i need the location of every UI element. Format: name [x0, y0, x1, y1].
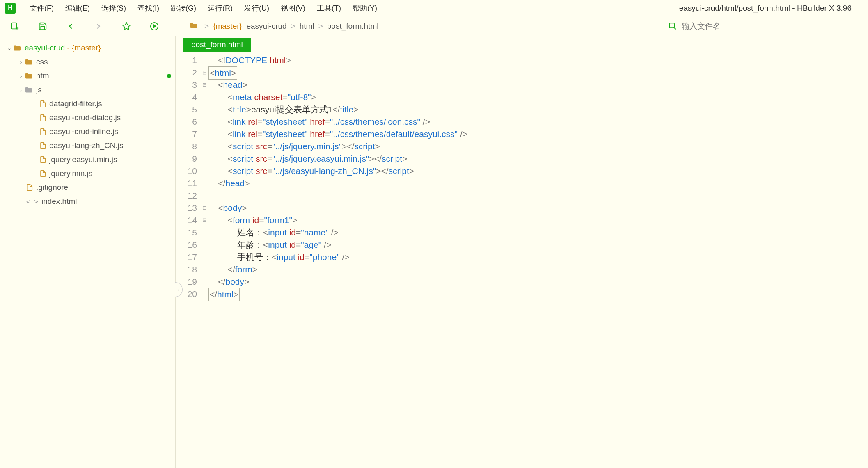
folder-icon	[25, 59, 33, 65]
app-logo: H	[5, 3, 16, 14]
code-line[interactable]: </head>	[208, 177, 868, 189]
code-line[interactable]: <body>	[208, 202, 868, 214]
fold-marker	[200, 288, 208, 300]
svg-line-7	[674, 27, 676, 29]
save-icon[interactable]	[34, 20, 52, 33]
code-line[interactable]: <script src="../js/easyui-lang-zh_CN.js"…	[208, 165, 868, 177]
fold-marker	[200, 239, 208, 251]
menu-item[interactable]: 选择(S)	[96, 3, 132, 13]
breadcrumb-part[interactable]: post_form.html	[327, 22, 379, 31]
code-line[interactable]	[208, 189, 868, 202]
html-file-icon: < >	[26, 198, 38, 205]
fold-marker	[200, 116, 208, 128]
tree-file-label: jquery.easyui.min.js	[49, 155, 117, 164]
code-line[interactable]: </body>	[208, 276, 868, 288]
project-explorer[interactable]: ⌄ easyui-crud - {master} ›css›html⌄jsdat…	[0, 36, 176, 468]
code-line[interactable]: <!DOCTYPE html>	[208, 54, 868, 66]
tree-file[interactable]: easyui-crud-inline.js	[0, 125, 175, 139]
breadcrumb-part[interactable]: easyui-crud	[246, 22, 286, 31]
forward-icon[interactable]	[89, 20, 108, 33]
fold-marker	[200, 189, 208, 202]
fold-marker[interactable]: ⊟	[200, 66, 208, 79]
code-line[interactable]: <meta charset="utf-8">	[208, 91, 868, 103]
fold-marker	[200, 263, 208, 276]
fold-marker	[200, 276, 208, 288]
code-line[interactable]: <form id="form1">	[208, 214, 868, 226]
menu-item[interactable]: 视图(V)	[275, 3, 311, 13]
menu-item[interactable]: 编辑(E)	[60, 3, 96, 13]
breadcrumb-part[interactable]: html	[300, 22, 314, 31]
tree-file[interactable]: jquery.min.js	[0, 167, 175, 180]
tree-file[interactable]: datagrid-filter.js	[0, 97, 175, 111]
menu-item[interactable]: 运行(R)	[202, 3, 238, 13]
chevron-down-icon[interactable]: ⌄	[6, 45, 13, 51]
new-file-icon[interactable]	[6, 20, 24, 33]
code-line[interactable]: <head>	[208, 79, 868, 91]
menu-item[interactable]: 帮助(Y)	[347, 3, 383, 13]
code-line[interactable]: <script src="../js/jquery.min.js"></scri…	[208, 140, 868, 153]
editor-tab[interactable]: post_form.html	[183, 38, 251, 52]
code-line[interactable]: <link rel="stylesheet" href="../css/them…	[208, 116, 868, 128]
fold-marker	[200, 251, 208, 263]
menu-item[interactable]: 文件(F)	[24, 3, 60, 13]
tree-file-label: index.html	[41, 197, 77, 206]
tree-file[interactable]: easyui-lang-zh_CN.js	[0, 139, 175, 153]
code-line[interactable]: <script src="../js/jquery.easyui.min.js"…	[208, 153, 868, 165]
breadcrumb-separator: >	[314, 22, 327, 31]
chevron-right-icon[interactable]: ›	[17, 73, 25, 79]
breadcrumb-branch: {master}	[213, 22, 242, 31]
svg-rect-6	[670, 23, 675, 28]
fold-marker	[200, 153, 208, 165]
tree-file-label: easyui-crud-inline.js	[49, 127, 118, 136]
file-icon	[39, 114, 46, 121]
tree-folder[interactable]: ⌄js	[0, 83, 175, 97]
fold-marker[interactable]: ⊟	[200, 214, 208, 226]
code-content[interactable]: <!DOCTYPE html><html> <head> <meta chars…	[208, 54, 868, 468]
run-icon[interactable]	[145, 20, 163, 33]
fold-column[interactable]: ⊟⊟⊟⊟	[200, 54, 208, 468]
code-line[interactable]: <title>easyui提交表单方式1</title>	[208, 103, 868, 116]
tree-folder[interactable]: ›css	[0, 55, 175, 69]
svg-marker-5	[153, 25, 156, 27]
tree-root[interactable]: ⌄ easyui-crud - {master}	[0, 41, 175, 55]
tree-file-label: datagrid-filter.js	[49, 99, 102, 108]
code-editor[interactable]: 1234567891011121314151617181920 ⊟⊟⊟⊟ <!D…	[176, 52, 868, 468]
search-input[interactable]	[682, 22, 739, 31]
file-search[interactable]	[669, 22, 862, 31]
back-icon[interactable]	[62, 20, 80, 33]
tree-branch-label: - {master}	[67, 43, 101, 53]
folder-icon	[25, 87, 33, 93]
tree-root-label: easyui-crud	[25, 43, 65, 53]
tree-file[interactable]: .gitignore	[0, 180, 175, 194]
code-line[interactable]: 手机号：<input id="phone" />	[208, 251, 868, 263]
breadcrumb: > {master} easyui-crud > html > post_for…	[190, 22, 378, 31]
code-line[interactable]: </html>	[208, 288, 868, 300]
modified-indicator	[167, 74, 171, 78]
chevron-right-icon[interactable]: ›	[17, 59, 25, 65]
tree-file-label: easyui-lang-zh_CN.js	[49, 141, 124, 150]
code-line[interactable]: 姓名：<input id="name" />	[208, 226, 868, 239]
folder-icon	[190, 22, 198, 31]
menu-item[interactable]: 工具(T)	[311, 3, 347, 13]
menu-item[interactable]: 跳转(G)	[165, 3, 202, 13]
fold-marker[interactable]: ⊟	[200, 79, 208, 91]
editor-area: ‹ post_form.html 12345678910111213141516…	[176, 36, 868, 468]
chevron-down-icon[interactable]: ⌄	[17, 87, 25, 93]
star-icon[interactable]	[117, 20, 135, 33]
fold-marker[interactable]: ⊟	[200, 202, 208, 214]
code-line[interactable]: <link rel="stylesheet" href="../css/them…	[208, 128, 868, 140]
tree-file[interactable]: easyui-crud-dialog.js	[0, 111, 175, 125]
tree-file[interactable]: < >index.html	[0, 194, 175, 208]
menu-item[interactable]: 查找(I)	[132, 3, 165, 13]
code-line[interactable]: </form>	[208, 263, 868, 276]
tree-file[interactable]: jquery.easyui.min.js	[0, 153, 175, 167]
code-line[interactable]: 年龄：<input id="age" />	[208, 239, 868, 251]
code-line[interactable]: <html>	[208, 66, 868, 79]
file-icon	[39, 128, 46, 135]
tree-folder[interactable]: ›html	[0, 69, 175, 83]
fold-marker	[200, 226, 208, 239]
line-gutter: 1234567891011121314151617181920	[176, 54, 200, 468]
breadcrumb-separator: >	[200, 22, 213, 31]
menu-item[interactable]: 发行(U)	[238, 3, 275, 13]
breadcrumb-separator: >	[287, 22, 300, 31]
